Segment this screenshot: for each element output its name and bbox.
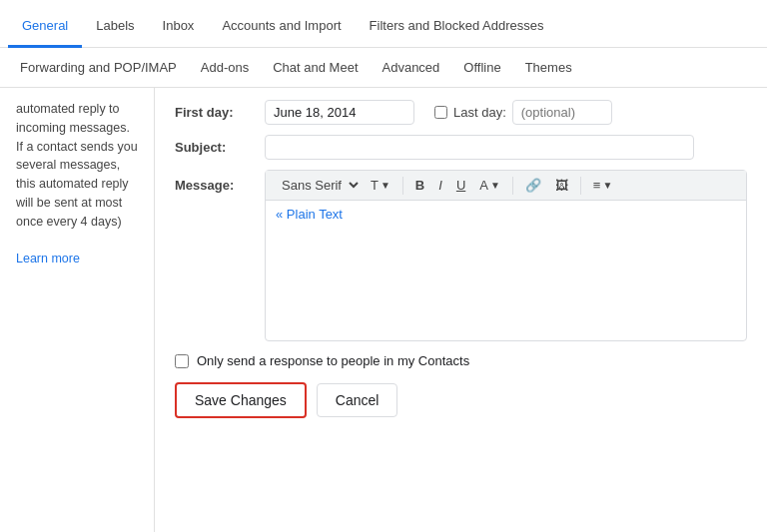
- plain-text-link[interactable]: « Plain Text: [266, 201, 746, 228]
- toolbar-sep-2: [512, 177, 513, 195]
- text-color-icon: A: [479, 178, 488, 193]
- top-nav: General Labels Inbox Accounts and Import…: [0, 0, 767, 48]
- first-day-label: First day:: [175, 105, 265, 120]
- tab-inbox[interactable]: Inbox: [149, 6, 209, 48]
- learn-more-link[interactable]: Learn more: [16, 252, 80, 266]
- message-toolbar: Sans Serif T ▼ B I U A ▼: [266, 171, 746, 201]
- last-day-checkbox[interactable]: [434, 106, 447, 119]
- last-day-input[interactable]: [512, 100, 612, 125]
- contacts-label: Only send a response to people in my Con…: [197, 353, 469, 368]
- first-day-row: First day: Last day:: [175, 100, 747, 125]
- contacts-row: Only send a response to people in my Con…: [175, 353, 747, 368]
- font-size-icon: T: [371, 178, 379, 193]
- sidebar: automated reply to incoming messages. If…: [0, 88, 155, 532]
- content-area: automated reply to incoming messages. If…: [0, 88, 767, 532]
- message-body-input[interactable]: [266, 228, 746, 337]
- last-day-section: Last day:: [434, 100, 612, 125]
- main-content: First day: Last day: Subject: Message: S…: [155, 88, 767, 532]
- tab-labels[interactable]: Labels: [82, 6, 148, 48]
- align-btn[interactable]: ≡ ▼: [588, 176, 618, 195]
- tab-filters[interactable]: Filters and Blocked Addresses: [356, 6, 558, 48]
- tab-offline[interactable]: Offline: [451, 50, 512, 85]
- message-label: Message:: [175, 170, 265, 193]
- contacts-checkbox[interactable]: [175, 354, 189, 368]
- button-row: Save Changes Cancel: [175, 382, 747, 418]
- tab-general[interactable]: General: [8, 6, 82, 48]
- sub-nav: Forwarding and POP/IMAP Add-ons Chat and…: [0, 48, 767, 88]
- tab-forwarding[interactable]: Forwarding and POP/IMAP: [8, 50, 189, 85]
- tab-accounts[interactable]: Accounts and Import: [208, 6, 355, 48]
- text-color-btn[interactable]: A ▼: [474, 176, 505, 195]
- link-icon: 🔗: [525, 178, 541, 193]
- subject-input[interactable]: [265, 135, 694, 160]
- italic-btn[interactable]: I: [433, 176, 447, 195]
- align-icon: ≡: [593, 178, 601, 193]
- image-icon: 🖼: [555, 178, 568, 193]
- tab-chat[interactable]: Chat and Meet: [261, 50, 370, 85]
- tab-themes[interactable]: Themes: [513, 50, 584, 85]
- sidebar-text: automated reply to incoming messages. If…: [16, 102, 138, 229]
- font-family-select[interactable]: Sans Serif: [274, 175, 362, 196]
- bold-btn[interactable]: B: [410, 176, 429, 195]
- tab-advanced[interactable]: Advanced: [371, 50, 452, 85]
- message-row: Message: Sans Serif T ▼ B I U A: [175, 170, 747, 341]
- toolbar-sep-1: [402, 177, 403, 195]
- message-area: Sans Serif T ▼ B I U A ▼: [265, 170, 747, 341]
- align-arrow-icon: ▼: [602, 180, 612, 191]
- last-day-label: Last day:: [453, 105, 506, 120]
- toolbar-sep-3: [580, 177, 581, 195]
- first-day-input[interactable]: [265, 100, 414, 125]
- cancel-button[interactable]: Cancel: [317, 383, 398, 417]
- image-btn[interactable]: 🖼: [550, 176, 573, 195]
- underline-btn[interactable]: U: [451, 176, 470, 195]
- font-size-btn[interactable]: T ▼: [366, 176, 395, 195]
- link-btn[interactable]: 🔗: [520, 176, 546, 195]
- color-arrow-icon: ▼: [490, 180, 500, 191]
- font-size-arrow: ▼: [381, 180, 390, 191]
- save-changes-button[interactable]: Save Changes: [175, 382, 307, 418]
- tab-addons[interactable]: Add-ons: [189, 50, 261, 85]
- subject-row: Subject:: [175, 135, 747, 160]
- subject-label: Subject:: [175, 140, 265, 155]
